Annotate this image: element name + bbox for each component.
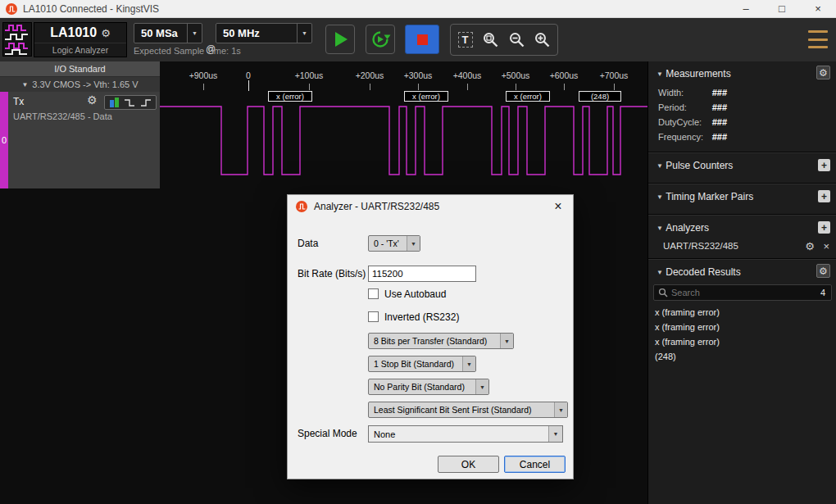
chevron-down-icon: ▼	[548, 426, 562, 442]
window-titlebar: LA1010 Connected - KingstVIS – □ ×	[0, 0, 836, 18]
autobaud-checkbox[interactable]	[368, 288, 379, 299]
trigger-falling-icon[interactable]	[124, 98, 135, 107]
dialog-title: Analyzer - UART/RS232/485	[314, 201, 439, 212]
timeline-tick-mark	[614, 84, 615, 90]
measurements-section-header[interactable]: ▼ Measurements	[648, 65, 836, 83]
main-menu-button[interactable]	[808, 27, 829, 52]
kingst-logo-icon	[6, 3, 17, 15]
bit-rate-label: Bit Rate (Bits/s)	[298, 268, 366, 279]
maximize-button[interactable]: □	[764, 0, 800, 17]
channel-name[interactable]: Tx	[13, 96, 24, 107]
channel-index-strip[interactable]: 0	[0, 92, 8, 188]
stop-icon	[417, 34, 428, 45]
chevron-down-icon: ▼	[475, 379, 488, 394]
io-standard-header: I/O Standard	[0, 61, 160, 77]
inverted-checkbox[interactable]	[368, 311, 379, 322]
uart-waveform[interactable]	[160, 102, 647, 184]
zoom-in-button[interactable]	[531, 29, 554, 52]
window-title: LA1010 Connected - KingstVIS	[23, 3, 159, 15]
decoded-result-item[interactable]: x (framing error)	[655, 307, 830, 322]
analyzers-section-header[interactable]: ▼ Analyzers	[648, 219, 836, 237]
add-pulse-counter-button[interactable]: +	[818, 159, 830, 171]
timeline-tick-label: +700us	[600, 70, 629, 80]
bits-per-transfer-dropdown[interactable]: 8 Bits per Transfer (Standard) ▼	[368, 333, 514, 349]
special-mode-value: None	[369, 429, 548, 439]
measurements-gear-button[interactable]: ⚙	[816, 66, 830, 79]
stop-bits-dropdown[interactable]: 1 Stop Bit (Standard) ▼	[368, 356, 476, 372]
view-tools-group: T	[450, 24, 558, 56]
decoded-results-gear-button[interactable]: ⚙	[816, 264, 830, 278]
search-input[interactable]	[671, 288, 820, 297]
decoded-result-item[interactable]: (248)	[655, 352, 830, 366]
analyzer-settings-dialog: Analyzer - UART/RS232/485 × Data 0 - 'Tx…	[287, 194, 574, 479]
close-button[interactable]: ×	[800, 0, 836, 17]
chevron-down-icon: ▼	[187, 24, 202, 43]
add-analyzer-button[interactable]: +	[818, 221, 830, 234]
dialog-close-button[interactable]: ×	[548, 198, 568, 216]
timeline-tick-mark	[370, 84, 370, 90]
timeline-tick-mark	[203, 84, 204, 90]
start-capture-button[interactable]	[325, 25, 355, 54]
minimize-button[interactable]: –	[728, 0, 764, 17]
io-standard-value: 3.3V CMOS -> Vth: 1.65 V	[32, 79, 138, 89]
text-tool-icon: T	[458, 32, 473, 48]
add-timing-marker-pair-button[interactable]: +	[818, 190, 830, 202]
chevron-down-icon: ▼	[657, 193, 663, 201]
timeline-tick-label: +500us	[502, 70, 530, 80]
timeline-tick-mark	[309, 84, 310, 90]
decode-annotation: x (error)	[506, 91, 550, 102]
timeline-tick-label: +300us	[404, 70, 433, 80]
timeline-tick-mark	[467, 84, 468, 90]
analyzer-settings-gear-icon[interactable]: ⚙	[805, 240, 815, 252]
cancel-button[interactable]: Cancel	[504, 456, 566, 473]
chevron-down-icon: ▼	[462, 356, 475, 371]
hamburger-icon	[808, 30, 828, 33]
measurements-title: Measurements	[666, 68, 730, 79]
decoded-results-section-header[interactable]: ▼ Decoded Results	[648, 263, 836, 281]
pulse-counters-section-header[interactable]: ▼ Pulse Counters	[648, 157, 836, 175]
sample-depth-dropdown[interactable]: 50 MSa ▼	[134, 23, 202, 43]
measurement-value: ###	[648, 132, 727, 142]
chevron-down-icon: ▼	[554, 402, 567, 417]
text-annotation-tool-button[interactable]: T	[454, 29, 477, 52]
dialog-titlebar[interactable]: Analyzer - UART/RS232/485 ×	[288, 195, 573, 218]
device-box[interactable]: LA1010 ⚙ Logic Analyzer	[34, 22, 127, 57]
analyzer-item[interactable]: UART/RS232/485 ⚙ ×	[648, 238, 836, 255]
autobaud-label: Use Autobaud	[384, 288, 446, 300]
channel-settings-gear-icon[interactable]: ⚙	[87, 93, 98, 107]
pulse-counters-title: Pulse Counters	[666, 160, 733, 171]
expected-sample-time: Expected Sample Time: 1s	[134, 46, 241, 56]
decoded-results-title: Decoded Results	[666, 266, 740, 278]
timeline-tick-label: +900us	[189, 70, 218, 80]
channel-tools-group	[104, 95, 157, 110]
decode-annotation: x (error)	[404, 91, 448, 102]
parity-value: No Parity Bit (Standard)	[369, 382, 475, 392]
zoom-selection-button[interactable]	[479, 29, 502, 52]
parity-dropdown[interactable]: No Parity Bit (Standard) ▼	[368, 379, 489, 395]
zoom-out-button[interactable]	[506, 29, 529, 52]
device-settings-gear-icon[interactable]: ⚙	[101, 27, 111, 39]
bit-order-dropdown[interactable]: Least Significant Bit Sent First (Standa…	[368, 402, 568, 418]
device-subtitle: Logic Analyzer	[34, 43, 126, 57]
chevron-down-icon: ▼	[657, 70, 663, 78]
ok-button[interactable]: OK	[438, 456, 499, 473]
decoded-result-item[interactable]: x (framing error)	[655, 337, 830, 352]
analyzer-remove-icon[interactable]: ×	[823, 240, 829, 252]
trigger-rising-icon[interactable]	[140, 98, 152, 107]
timing-marker-pairs-section-header[interactable]: ▼ Timing Marker Pairs	[648, 188, 836, 206]
decoded-result-item[interactable]: x (framing error)	[655, 322, 830, 337]
sample-rate-dropdown[interactable]: 50 MHz ▼	[216, 23, 312, 43]
play-icon	[335, 32, 348, 47]
bit-order-value: Least Significant Bit Sent First (Standa…	[369, 405, 554, 415]
stop-capture-button[interactable]	[405, 25, 439, 54]
data-channel-dropdown[interactable]: 0 - 'Tx' ▼	[368, 235, 420, 252]
repeat-capture-button[interactable]	[366, 25, 395, 54]
io-standard-selector[interactable]: ▼ 3.3V CMOS -> Vth: 1.65 V	[0, 77, 160, 92]
special-mode-combobox[interactable]: None ▼	[368, 425, 563, 443]
channel-analyzer-badge-icon[interactable]	[110, 98, 120, 107]
timeline-tick-label: +200us	[356, 70, 384, 80]
data-channel-label: Data	[298, 238, 318, 249]
bit-rate-input[interactable]	[368, 266, 476, 282]
measurement-row: Width: ###	[648, 86, 836, 101]
chevron-down-icon: ▼	[657, 269, 663, 276]
